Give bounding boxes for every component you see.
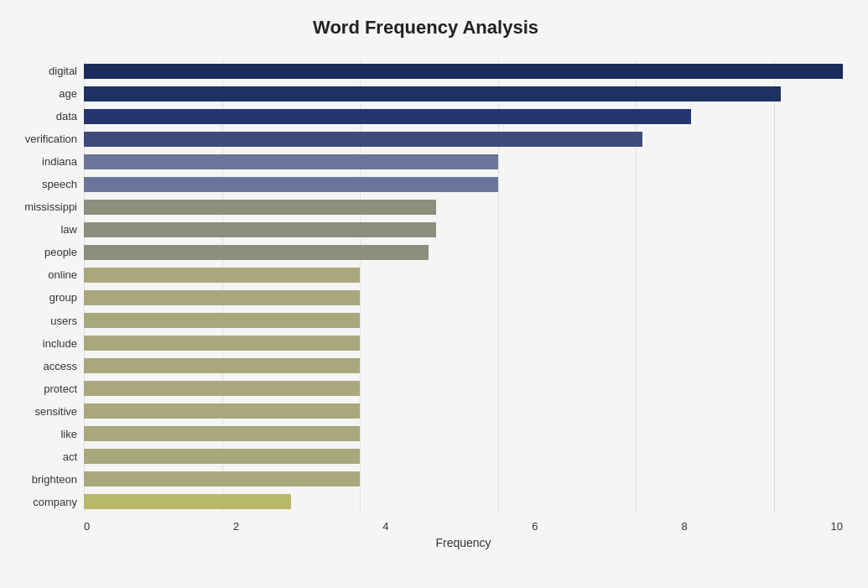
y-axis-label: verification	[25, 133, 77, 144]
bar	[84, 426, 360, 441]
bar	[84, 471, 360, 487]
bar-row	[84, 334, 843, 352]
bar	[84, 268, 360, 283]
bar	[84, 358, 360, 373]
bar-row	[84, 470, 843, 488]
x-axis-label: Frequency	[8, 536, 843, 549]
bar-row	[84, 153, 843, 171]
x-tick-label: 10	[830, 520, 842, 533]
y-axis-label: act	[63, 451, 77, 462]
y-axis-labels: digitalagedataverificationindianaspeechm…	[8, 60, 84, 513]
y-axis-label: brighteon	[32, 474, 77, 485]
bar-row	[84, 492, 843, 511]
bar	[84, 132, 642, 147]
chart-container: Word Frequency Analysis digitalagedatave…	[0, 0, 868, 588]
bars-section	[84, 60, 843, 513]
bar-row	[84, 243, 843, 262]
bar-row	[84, 424, 843, 443]
x-tick-label: 2	[233, 520, 239, 533]
bar	[84, 245, 429, 260]
grid-line	[360, 60, 361, 513]
bar-row	[84, 130, 843, 148]
grid-line	[222, 60, 223, 513]
y-axis-label: like	[60, 429, 77, 440]
bar	[84, 154, 498, 169]
y-axis-label: users	[50, 315, 77, 326]
y-axis-label: online	[48, 269, 77, 280]
bar-row	[84, 266, 843, 284]
chart-title: Word Frequency Analysis	[8, 17, 843, 43]
bar-row	[84, 62, 843, 81]
x-axis: 0246810	[8, 520, 843, 533]
bar-row	[84, 221, 843, 239]
bar	[84, 177, 498, 192]
x-tick-label: 8	[681, 520, 687, 533]
bar	[84, 222, 436, 237]
x-tick-label: 4	[382, 520, 388, 533]
bar-row	[84, 311, 843, 330]
bar-row	[84, 85, 843, 103]
y-axis-label: speech	[42, 179, 77, 190]
y-axis-label: data	[56, 111, 77, 122]
bar-row	[84, 289, 843, 307]
bar-row	[84, 402, 843, 420]
y-axis-label: company	[33, 497, 77, 507]
chart-area: digitalagedataverificationindianaspeechm…	[8, 60, 843, 513]
y-axis-label: mississippi	[24, 201, 77, 212]
bar	[84, 336, 360, 351]
bar	[84, 200, 436, 215]
y-axis-label: include	[43, 338, 77, 349]
bar	[84, 381, 360, 396]
bar	[84, 494, 291, 509]
bar-row	[84, 175, 843, 194]
bar	[84, 64, 843, 79]
x-tick-label: 6	[532, 520, 538, 533]
y-axis-label: access	[44, 361, 77, 372]
bar	[84, 313, 360, 328]
y-axis-label: indiana	[42, 156, 77, 167]
bar	[84, 449, 360, 464]
y-axis-label: sensitive	[34, 406, 77, 417]
grid-line	[636, 60, 637, 513]
bar	[84, 109, 691, 124]
x-tick-label: 0	[84, 520, 90, 533]
bar	[84, 290, 360, 305]
grid-line	[84, 60, 85, 513]
grid-line	[498, 60, 499, 513]
bar	[84, 86, 781, 101]
bar-row	[84, 447, 843, 466]
y-axis-label: law	[60, 224, 77, 235]
bar-row	[84, 107, 843, 126]
grid-lines	[84, 60, 843, 513]
y-axis-label: protect	[44, 383, 77, 394]
bar	[84, 403, 360, 419]
bar-row	[84, 379, 843, 398]
y-axis-label: digital	[49, 65, 77, 76]
y-axis-label: group	[49, 292, 77, 303]
y-axis-label: people	[44, 247, 77, 258]
grid-line	[774, 60, 775, 513]
bar-row	[84, 356, 843, 375]
y-axis-label: age	[59, 88, 77, 99]
bar-row	[84, 198, 843, 216]
